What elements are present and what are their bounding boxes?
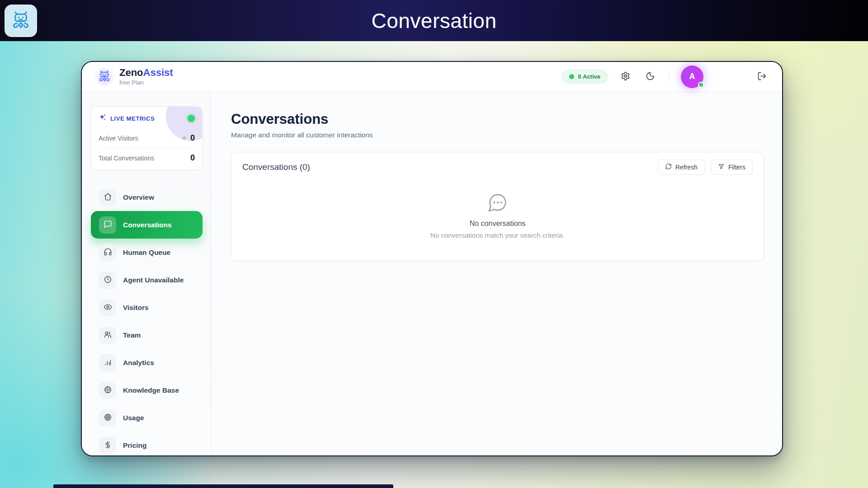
conversations-card-title: Conversations (0) [242, 162, 310, 172]
sidebar: LIVE METRICS Active Visitors 0 Total Con… [82, 92, 211, 455]
page-header: Conversation [0, 0, 868, 41]
content-title: Conversations [231, 111, 764, 127]
empty-state: No conversations No conversations match … [231, 182, 764, 261]
filter-icon [718, 163, 725, 171]
clock-icon [104, 275, 112, 285]
eye-icon [104, 303, 112, 313]
idle-dot-icon [183, 136, 186, 140]
live-indicator-dot [188, 115, 195, 122]
metric-row-active-visitors: Active Visitors 0 [99, 129, 195, 148]
metric-row-total-conversations: Total Conversations 0 [99, 148, 195, 168]
sidebar-item-human-queue[interactable]: Human Queue [91, 239, 203, 266]
sidebar-item-overview[interactable]: Overview [91, 183, 203, 211]
brand: ZenoAssist free Plan [95, 67, 173, 86]
sidebar-nav: Overview Conversations [91, 183, 203, 456]
chat-bubble-icon [104, 220, 112, 230]
sidebar-item-usage[interactable]: Usage [91, 404, 203, 432]
topbar-controls: 0 Active A [561, 66, 769, 88]
content-subtitle: Manage and monitor all customer interact… [231, 131, 764, 139]
users-icon [104, 330, 112, 340]
green-status-dot [569, 74, 574, 79]
sidebar-item-agent-unavailable[interactable]: Agent Unavailable [91, 266, 203, 294]
live-metrics-card: LIVE METRICS Active Visitors 0 Total Con… [91, 106, 203, 170]
sparkles-icon [99, 113, 107, 123]
avatar-online-dot [698, 82, 704, 88]
home-icon [104, 192, 112, 202]
logout-icon [757, 71, 767, 82]
app-window: ZenoAssist free Plan 0 Active [81, 61, 783, 456]
user-avatar[interactable]: A [681, 66, 703, 88]
page-title: Conversation [371, 9, 496, 33]
gear-icon [621, 71, 630, 82]
app-logo-tile[interactable] [5, 5, 37, 37]
logout-button[interactable] [754, 69, 769, 84]
robot-icon [98, 69, 111, 84]
sidebar-item-pricing[interactable]: Pricing [91, 432, 203, 456]
moon-icon [646, 71, 655, 82]
robot-icon [10, 9, 31, 32]
empty-state-title: No conversations [470, 220, 526, 228]
brand-name: ZenoAssist [119, 67, 173, 78]
active-status-badge: 0 Active [561, 70, 608, 84]
window-topbar: ZenoAssist free Plan 0 Active [82, 62, 782, 92]
refresh-button[interactable]: Refresh [658, 160, 705, 175]
sidebar-item-visitors[interactable]: Visitors [91, 294, 203, 321]
brand-plan: free Plan [119, 79, 173, 86]
empty-state-subtitle: No conversations match your search crite… [430, 231, 565, 239]
topbar-divider [669, 70, 669, 84]
dollar-icon [104, 441, 112, 450]
brand-logo [95, 68, 113, 86]
brain-icon [104, 385, 112, 395]
sidebar-item-conversations[interactable]: Conversations [91, 211, 203, 239]
dark-mode-toggle[interactable] [642, 69, 658, 84]
conversations-card: Conversations (0) Refresh [231, 152, 764, 261]
filters-button[interactable]: Filters [711, 160, 753, 175]
main-content: Conversations Manage and monitor all cus… [211, 92, 782, 455]
sidebar-item-team[interactable]: Team [91, 321, 203, 349]
chat-ellipsis-icon [487, 192, 508, 215]
live-metrics-title: LIVE METRICS [110, 115, 184, 122]
sidebar-item-analytics[interactable]: Analytics [91, 349, 203, 376]
headphones-icon [104, 248, 112, 258]
sidebar-item-knowledge-base[interactable]: Knowledge Base [91, 376, 203, 404]
bottom-taskbar-edge [53, 484, 393, 488]
target-icon [104, 413, 112, 423]
refresh-icon [665, 163, 672, 171]
bar-chart-icon [104, 358, 112, 368]
settings-button[interactable] [618, 69, 633, 84]
